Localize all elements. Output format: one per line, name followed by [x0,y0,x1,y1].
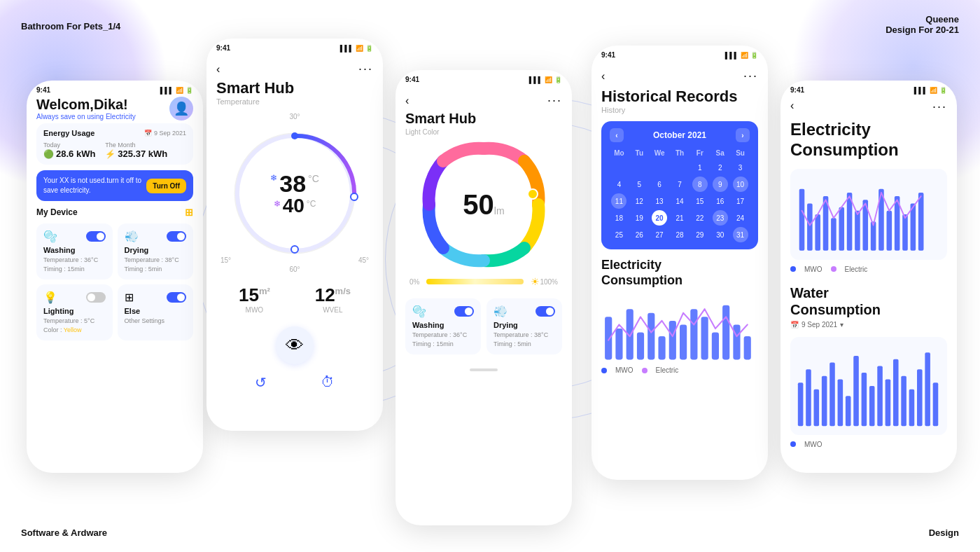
phone-dashboard: 9:41 ▌▌▌📶🔋 Welcom,Dika! Always save on u… [27,81,203,473]
phone3-nav: ‹ ··· [396,86,572,108]
fingerprint-button[interactable]: 👁 [276,326,314,364]
elec-legend: MWO Electric [601,366,758,374]
date-filter[interactable]: 📅 9 Sep 2021 ▾ [780,318,957,331]
gauge-label-top: 30° [206,113,383,120]
bottom-handle [396,361,572,377]
device-card-washing: 🫧 Washing Temperature : 36°C Timing : 15… [36,223,113,280]
lighting-toggle[interactable] [86,292,106,303]
color-wheel[interactable]: 50lm [421,142,547,268]
washing-toggle[interactable] [86,231,106,242]
svg-rect-6 [605,317,612,360]
small-card-drying: 💨 Drying Temperature : 38°C Timing : 5mi… [486,298,562,354]
svg-rect-7 [615,329,622,359]
water-cons-chart [790,337,947,435]
svg-rect-53 [933,382,939,426]
small-drying-toggle[interactable] [536,306,555,317]
svg-rect-41 [838,379,844,426]
welcome-name: Welcom,Dika! [36,97,136,113]
metric-wvel: 12m/s WVEL [315,284,351,314]
back-button-4[interactable]: ‹ [601,70,605,83]
drying-toggle[interactable] [167,231,186,242]
back-button-2[interactable]: ‹ [216,63,220,76]
footer-left: Software & Ardware [21,527,107,538]
svg-rect-46 [877,366,883,426]
chart2-legend: MWO [790,441,947,448]
fingerprint-area: 👁 [206,326,383,364]
device-card-drying: 💨 Drying Temperature : 38°C Timing : 5mi… [118,223,194,280]
metrics-row: 15m² MWO 12m/s WVEL [206,273,383,319]
alert-bar: Your XX is not used.turn it off to save … [36,170,193,201]
cal-prev[interactable]: ‹ [610,128,624,142]
energy-card: Energy Usage 📅 9 Sep 2021 Today 🟢 28.6 k… [36,123,193,165]
legend-dot-mwo [601,368,607,373]
svg-rect-9 [637,333,644,360]
svg-rect-10 [648,313,654,360]
water-cons-svg [796,343,941,429]
calendar-grid: Mo Tu We Th Fr Sa Su 1 2 3 4 5 6 7 8 9 1… [610,148,750,242]
svg-point-1 [291,132,298,139]
back-button-3[interactable]: ‹ [405,95,409,107]
metric-mwo: 15m² MWO [239,284,270,314]
back-button-5[interactable]: ‹ [790,99,794,114]
legend-dot-elec-5 [831,266,836,272]
device-card-else: ⊞ Else Other Settings [118,284,194,340]
turn-off-button[interactable]: Turn Off [146,179,186,193]
hub-title-2: Smart Hub [206,76,383,97]
svg-rect-29 [871,221,876,250]
small-drying-icon: 💨 [493,305,507,318]
small-washing-toggle[interactable] [454,306,474,317]
svg-rect-12 [669,321,676,360]
status-bar-2: 9:41 ▌▌▌📶🔋 [206,39,383,55]
lumen-value: 50lm [463,189,504,221]
calendar-icon-small: 📅 [790,321,799,329]
svg-rect-24 [831,218,836,251]
project-title: Bathroom For Pets_1/4 [21,21,120,32]
phone-smarthub-temp: 9:41 ▌▌▌📶🔋 ‹ ··· Smart Hub Temperature 3… [206,39,383,431]
hub-sub-3: Light Color [396,128,572,142]
else-toggle[interactable] [167,292,186,303]
svg-rect-13 [680,325,687,360]
brand-label: Queene Design For 20-21 [886,14,959,35]
more-button-5[interactable]: ··· [932,99,947,114]
status-bar-1: 9:41 ▌▌▌📶🔋 [27,81,203,97]
hub-title-3: Smart Hub [396,108,572,128]
more-button-2[interactable]: ··· [358,62,373,76]
lighting-icon: 💡 [43,291,57,304]
svg-rect-15 [701,317,708,360]
cal-next[interactable]: › [736,128,750,142]
svg-rect-42 [846,396,851,426]
energy-title: Energy Usage [43,129,94,137]
history-icon[interactable]: ↺ [255,374,267,391]
svg-rect-50 [909,389,915,425]
svg-rect-48 [893,359,899,425]
svg-rect-43 [853,356,859,426]
small-card-washing: 🫧 Washing Temperature : 36°C Timing : 15… [405,298,481,354]
svg-rect-25 [839,207,844,250]
status-bar-4: 9:41 ▌▌▌📶🔋 [592,46,768,62]
my-device-title: My Device ⊞ [36,207,193,218]
hub-bottom-icons: ↺ ⏱ [206,368,383,396]
more-button-4[interactable]: ··· [743,69,758,83]
calendar-header: ‹ October 2021 › [610,128,750,142]
brightness-slider[interactable] [426,279,524,284]
device-cards-row: 🫧 Washing Temperature : 36°C Timing : 15… [396,291,572,361]
svg-rect-51 [917,369,923,426]
chart-section-1: MWO Electric [780,163,957,284]
gauge-label-bottom: 60° [206,265,383,273]
status-icons-1: ▌▌▌📶🔋 [160,87,193,94]
svg-rect-35 [918,193,924,251]
phone-historical: 9:41 ▌▌▌📶🔋 ‹ ··· Historical Records Hist… [592,46,768,480]
more-button-3[interactable]: ··· [547,93,562,108]
svg-rect-27 [855,210,860,250]
small-washing-icon: 🫧 [412,305,426,318]
elec-section: ElectricityConsumption [592,258,768,374]
welcome-sub: Always save on using Electricity [36,113,136,120]
elec-chart [601,294,758,364]
svg-point-3 [291,246,298,253]
svg-rect-16 [712,333,719,360]
footer-right: Design [929,527,959,538]
svg-rect-52 [925,352,930,426]
water-title: WaterConsumption [780,284,957,318]
timer-icon[interactable]: ⏱ [321,374,335,391]
svg-rect-31 [887,210,892,250]
